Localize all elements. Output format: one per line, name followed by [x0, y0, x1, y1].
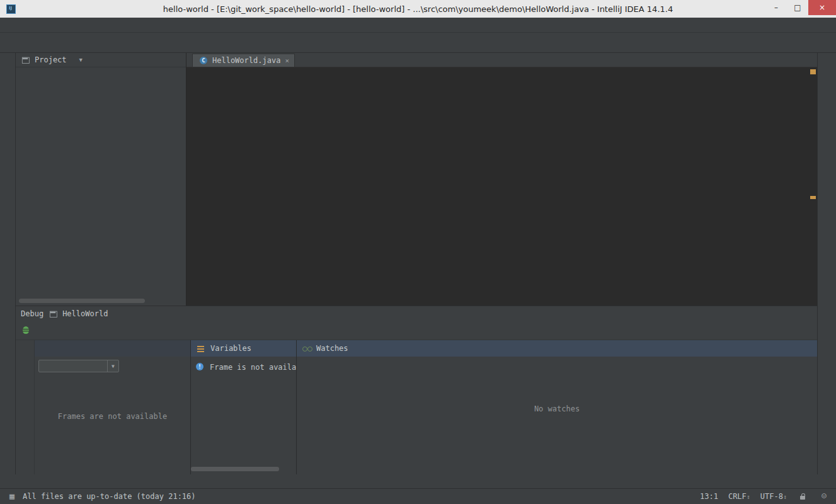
frames-tab-bar — [35, 340, 190, 357]
watches-empty-message: No watches — [297, 404, 817, 413]
tool-window-bar — [0, 474, 836, 488]
project-panel: Project ▼ — [16, 53, 186, 306]
variables-title: Variables — [210, 344, 251, 353]
intellij-idea-window: hello-world - [E:\git_work_space\hello-w… — [0, 0, 836, 504]
hector-inspector-icon[interactable]: ☺ — [818, 491, 830, 502]
right-tool-stripe — [817, 53, 836, 474]
debug-tab-bar — [16, 321, 817, 340]
code-editor[interactable] — [186, 67, 817, 306]
close-tab-icon[interactable]: × — [285, 57, 289, 65]
variables-message-row: Frame is not available — [191, 357, 296, 373]
debug-side-toolbar — [16, 340, 35, 474]
variables-message: Frame is not available — [210, 363, 296, 372]
watches-header: Watches — [297, 340, 817, 357]
close-button[interactable]: × — [808, 0, 836, 15]
window-title: hello-world - [E:\git_work_space\hello-w… — [0, 4, 836, 14]
main-toolbar — [0, 33, 836, 53]
thread-selector-dropdown-icon[interactable]: ▼ — [107, 360, 118, 372]
session-icon — [48, 309, 57, 318]
title-bar: hello-world - [E:\git_work_space\hello-w… — [0, 0, 836, 18]
variables-icon — [195, 343, 207, 354]
editor-tab-bar: HelloWorld.java × — [186, 53, 817, 67]
project-panel-title: Project — [35, 55, 67, 64]
left-tool-stripe — [0, 53, 16, 474]
java-class-icon — [198, 55, 209, 66]
project-panel-header: Project ▼ — [16, 53, 186, 67]
maximize-button[interactable]: □ — [787, 0, 808, 15]
status-message: All files are up-to-date (today 21:16) — [23, 492, 196, 501]
updown-icon: ↕ — [783, 493, 787, 500]
caret-position[interactable]: 13:1 — [700, 492, 718, 501]
debug-horizontal-scrollbar[interactable] — [191, 467, 279, 471]
project-horizontal-scrollbar[interactable] — [19, 299, 145, 303]
debug-session-bug-icon — [20, 324, 31, 336]
line-separator-widget[interactable]: CRLF↕ — [728, 492, 750, 501]
menu-bar — [0, 18, 836, 33]
thread-selector[interactable]: ▼ — [38, 360, 119, 372]
error-stripe-mark[interactable] — [810, 196, 816, 199]
frames-empty-message: Frames are not available — [35, 412, 190, 421]
frames-toolbar: ▼ — [35, 357, 190, 375]
updown-icon: ↕ — [747, 493, 750, 500]
watches-icon — [301, 343, 312, 354]
debug-tool-window: Debug HelloWorld ▼ Frames are not availa… — [16, 306, 817, 474]
variables-header: Variables — [191, 340, 296, 357]
editor-tab-title: HelloWorld.java — [212, 56, 280, 65]
variables-panel: Variables Frame is not available — [191, 340, 297, 474]
debug-header: Debug HelloWorld — [16, 306, 817, 321]
debug-session-name: HelloWorld — [62, 309, 108, 318]
debug-title: Debug — [21, 309, 43, 318]
watches-toolbar — [297, 357, 817, 374]
readonly-lock-icon[interactable] — [797, 491, 808, 502]
encoding-widget[interactable]: UTF-8↕ — [760, 492, 787, 501]
frames-panel: ▼ Frames are not available — [35, 340, 191, 474]
project-view-dropdown[interactable]: ▼ — [79, 57, 83, 63]
status-bar: ▦ All files are up-to-date (today 21:16)… — [0, 488, 836, 504]
info-icon — [195, 362, 206, 373]
window-controls: –□× — [765, 0, 836, 15]
project-view-icon — [20, 55, 30, 64]
editor-area: HelloWorld.java × — [186, 53, 817, 306]
debug-body: ▼ Frames are not available Variables Fra… — [16, 340, 817, 474]
editor-tab-helloworld[interactable]: HelloWorld.java × — [192, 54, 295, 67]
project-tree — [16, 67, 186, 298]
minimize-button[interactable]: – — [765, 0, 787, 15]
error-stripe-mark[interactable] — [810, 69, 816, 74]
watches-title: Watches — [316, 344, 348, 353]
toolwindow-toggle-icon[interactable]: ▦ — [6, 491, 18, 502]
watches-panel: Watches No watches — [297, 340, 817, 474]
